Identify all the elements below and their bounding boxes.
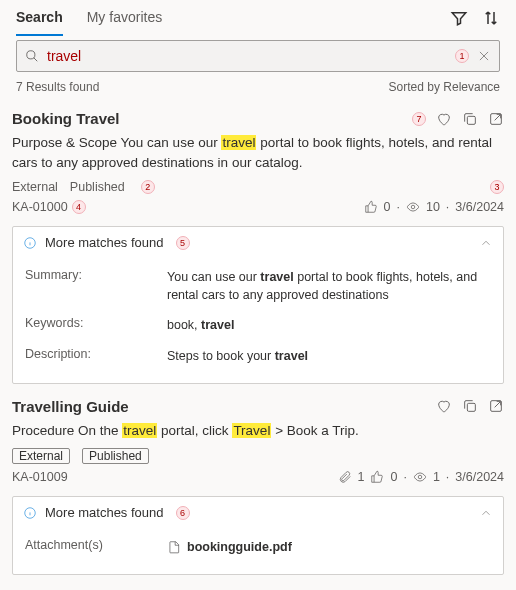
- thumbsup-icon: [370, 470, 384, 484]
- popout-icon[interactable]: [488, 398, 504, 414]
- ka-id: KA-01009: [12, 470, 68, 484]
- more-matches-toggle[interactable]: More matches found 5: [13, 227, 503, 258]
- sort-label: Sorted by Relevance: [389, 80, 500, 94]
- match-row-keywords: Keywords: book, travel: [25, 310, 491, 340]
- results-count: 7 Results found: [16, 80, 99, 94]
- heart-icon[interactable]: [436, 398, 452, 414]
- callout-1: 1: [455, 49, 469, 63]
- result-item: Travelling Guide Procedure On the travel…: [0, 394, 516, 493]
- copy-icon[interactable]: [462, 398, 478, 414]
- info-icon: [23, 506, 37, 520]
- svg-point-7: [418, 475, 422, 479]
- callout-4: 4: [72, 200, 86, 214]
- tag-external: External: [12, 180, 58, 194]
- attachment-icon: [338, 470, 352, 484]
- result-date: 3/6/2024: [455, 200, 504, 214]
- likes-count: 0: [390, 470, 397, 484]
- chevron-up-icon: [479, 506, 493, 520]
- callout-5: 5: [176, 236, 190, 250]
- result-snippet: Purpose & Scope You can use our travel p…: [12, 133, 504, 172]
- result-title[interactable]: Travelling Guide: [12, 398, 129, 415]
- attachment-name[interactable]: bookingguide.pdf: [187, 538, 292, 556]
- result-item: Booking Travel 7 Purpose & Scope You can…: [0, 106, 516, 222]
- views-count: 10: [426, 200, 440, 214]
- tag-external: External: [12, 448, 70, 464]
- callout-7: 7: [412, 112, 426, 126]
- attachment-count: 1: [358, 470, 365, 484]
- chevron-up-icon: [479, 236, 493, 250]
- match-row-summary: Summary: You can use our travel portal t…: [25, 262, 491, 310]
- file-icon: [167, 540, 181, 554]
- tab-search[interactable]: Search: [16, 0, 63, 36]
- popout-icon[interactable]: [488, 111, 504, 127]
- match-row-description: Description: Steps to book your travel: [25, 341, 491, 371]
- likes-count: 0: [384, 200, 391, 214]
- svg-point-0: [27, 51, 35, 59]
- result-snippet: Procedure On the travel portal, click Tr…: [12, 421, 504, 441]
- callout-3: 3: [490, 180, 504, 194]
- tag-published: Published: [70, 180, 125, 194]
- callout-6: 6: [176, 506, 190, 520]
- search-input[interactable]: [47, 48, 443, 64]
- views-count: 1: [433, 470, 440, 484]
- result-title[interactable]: Booking Travel: [12, 110, 120, 127]
- tab-favorites[interactable]: My favorites: [87, 0, 162, 36]
- sort-icon[interactable]: [482, 9, 500, 27]
- more-matches-label: More matches found: [45, 505, 164, 520]
- eye-icon: [406, 200, 420, 214]
- ka-id: KA-01000: [12, 200, 68, 214]
- svg-rect-1: [467, 116, 475, 124]
- copy-icon[interactable]: [462, 111, 478, 127]
- svg-rect-5: [467, 403, 475, 411]
- search-icon: [25, 49, 39, 63]
- search-box[interactable]: 1: [16, 40, 500, 72]
- more-matches-toggle[interactable]: More matches found 6: [13, 497, 503, 528]
- thumbsup-icon: [364, 200, 378, 214]
- eye-icon: [413, 470, 427, 484]
- heart-icon[interactable]: [436, 111, 452, 127]
- more-matches-panel: More matches found 5 Summary: You can us…: [12, 226, 504, 384]
- more-matches-panel: More matches found 6 Attachment(s) booki…: [12, 496, 504, 575]
- result-date: 3/6/2024: [455, 470, 504, 484]
- tag-published: Published: [82, 448, 149, 464]
- svg-point-3: [411, 205, 415, 209]
- info-icon: [23, 236, 37, 250]
- more-matches-label: More matches found: [45, 235, 164, 250]
- match-row-attachments: Attachment(s) bookingguide.pdf: [25, 532, 491, 562]
- callout-2: 2: [141, 180, 155, 194]
- filter-icon[interactable]: [450, 9, 468, 27]
- clear-icon[interactable]: [477, 49, 491, 63]
